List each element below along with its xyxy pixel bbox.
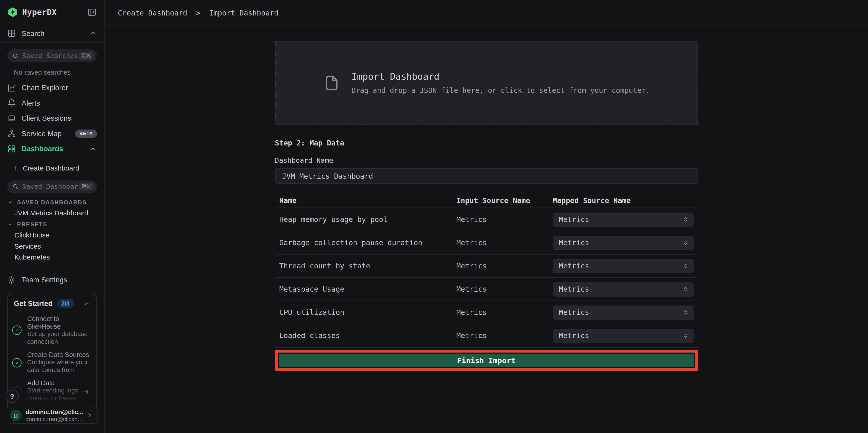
chevron-up-icon: [89, 145, 97, 153]
breadcrumb-create-dashboard[interactable]: Create Dashboard: [118, 9, 187, 17]
table-row: Garbage collection pause duration Metric…: [275, 231, 698, 254]
selected-value: Metrics: [559, 285, 682, 293]
sidebar-item-alerts[interactable]: Alerts: [0, 95, 104, 111]
logo-row: HyperDX: [0, 0, 104, 24]
bell-icon: [7, 99, 16, 107]
file-dropzone[interactable]: Import Dashboard Drag and drop a JSON fi…: [275, 41, 698, 125]
search-icon: [12, 52, 19, 59]
task-description: Set up your database connection: [27, 331, 91, 346]
sidebar-item-dashboards[interactable]: Dashboards: [0, 141, 104, 156]
select-updown-icon: [682, 309, 689, 316]
saved-searches-search[interactable]: ⌘K: [7, 49, 97, 62]
dashboard-name-input[interactable]: [275, 168, 698, 184]
mapped-source-select[interactable]: Metrics: [553, 236, 693, 250]
task-description: Configure where your data comes from: [27, 359, 91, 374]
saved-dashboards-search[interactable]: ⌘K: [7, 180, 97, 193]
breadcrumb: Create Dashboard > Import Dashboard: [118, 9, 278, 17]
check-circle-icon: [12, 326, 22, 335]
row-input-source: Metrics: [457, 239, 553, 247]
sidebar-item-chart-explorer[interactable]: Chart Explorer: [0, 80, 104, 96]
mapped-source-select[interactable]: Metrics: [553, 329, 693, 343]
create-dashboard-label: Create Dashboard: [23, 164, 79, 172]
select-updown-icon: [682, 262, 689, 270]
collapse-sidebar-icon[interactable]: [87, 7, 97, 17]
group-presets[interactable]: PRESETS: [7, 221, 97, 228]
group-saved-dashboards[interactable]: SAVED DASHBOARDS: [7, 198, 97, 206]
preset-item-clickhouse[interactable]: ClickHouse: [7, 231, 97, 239]
saved-searches-input[interactable]: [22, 52, 79, 59]
search-icon: [12, 183, 19, 190]
nav-label: Client Sessions: [22, 114, 71, 122]
dropzone-subtitle: Drag and drop a JSON file here, or click…: [351, 86, 650, 94]
row-input-source: Metrics: [457, 332, 553, 340]
hyperdx-logo-icon: [7, 7, 19, 18]
get-started-header[interactable]: Get Started 2/3: [8, 293, 96, 308]
breadcrumb-import-dashboard[interactable]: Import Dashboard: [209, 9, 278, 17]
select-updown-icon: [682, 332, 689, 339]
table-row: Thread count by state Metrics Metrics: [275, 254, 698, 278]
saved-dashboard-item[interactable]: JVM Metrics Dashboard: [7, 209, 97, 217]
row-name: Garbage collection pause duration: [279, 239, 457, 247]
selected-value: Metrics: [559, 308, 682, 316]
shortcut-badge: ⌘K: [79, 183, 94, 190]
help-button[interactable]: ?: [5, 390, 19, 403]
table-row: CPU utilization Metrics Metrics: [275, 301, 698, 324]
task-title: Create Data Sources: [27, 351, 91, 359]
table-row: Loaded classes Metrics Metrics: [275, 324, 698, 348]
task-title: Connect to ClickHouse: [27, 315, 91, 331]
beta-badge: BETA: [75, 129, 97, 137]
sidebar-item-service-map[interactable]: Service Map BETA: [0, 126, 104, 141]
get-started-card: Get Started 2/3 Connect to ClickHouse Se…: [7, 293, 97, 412]
task-create-data-sources[interactable]: Create Data Sources Configure where your…: [12, 351, 91, 374]
user-name: dominic.tran@clic...: [26, 409, 86, 415]
main-area: Create Dashboard > Import Dashboard Impo…: [104, 0, 868, 433]
mapped-source-select[interactable]: Metrics: [553, 212, 693, 226]
chevron-down-icon: [7, 221, 13, 227]
chevron-up-icon: [84, 300, 91, 307]
saved-dashboards-input[interactable]: [22, 183, 79, 190]
mapping-table: Name Input Source Name Mapped Source Nam…: [275, 193, 698, 347]
row-name: Heap memory usage by pool: [279, 215, 457, 223]
column-header-mapped-source: Mapped Source Name: [553, 196, 693, 205]
sidebar-section-search[interactable]: Search: [0, 24, 104, 42]
group-label: PRESETS: [17, 221, 47, 227]
selected-value: Metrics: [559, 332, 682, 340]
dashboard-name-label: Dashboard Name: [275, 156, 698, 164]
gear-icon: [7, 275, 16, 284]
avatar: D: [10, 409, 22, 421]
shortcut-badge: ⌘K: [79, 52, 94, 59]
service-map-icon: [7, 129, 16, 138]
annotation-highlight-box: Finish Import: [275, 350, 698, 371]
finish-import-button[interactable]: Finish Import: [279, 354, 694, 367]
chevron-up-icon: [89, 29, 97, 37]
topbar: Create Dashboard > Import Dashboard: [104, 0, 868, 26]
check-circle-icon: [12, 358, 22, 367]
row-input-source: Metrics: [457, 215, 553, 223]
preset-item-kubernetes[interactable]: Kubernetes: [7, 253, 97, 261]
plus-icon: [11, 164, 19, 172]
selected-value: Metrics: [559, 215, 682, 223]
breadcrumb-separator: >: [196, 9, 200, 17]
preset-item-services[interactable]: Services: [7, 242, 97, 250]
mapped-source-select[interactable]: Metrics: [553, 282, 693, 297]
row-input-source: Metrics: [457, 285, 553, 293]
row-input-source: Metrics: [457, 262, 553, 270]
user-account-menu[interactable]: D dominic.tran@clic... dominic.tran@clic…: [7, 407, 98, 424]
sidebar: HyperDX Search ⌘K No saved searches: [0, 0, 104, 433]
table-header-row: Name Input Source Name Mapped Source Nam…: [275, 193, 698, 208]
create-dashboard-button[interactable]: Create Dashboard: [0, 160, 104, 176]
sidebar-item-client-sessions[interactable]: Client Sessions: [0, 111, 104, 126]
select-updown-icon: [682, 216, 689, 223]
mapped-source-select[interactable]: Metrics: [553, 305, 693, 320]
sidebar-item-team-settings[interactable]: Team Settings: [0, 272, 104, 287]
app-title: HyperDX: [22, 8, 57, 17]
mapped-source-select[interactable]: Metrics: [553, 259, 693, 273]
select-updown-icon: [682, 239, 689, 246]
dropzone-title: Import Dashboard: [351, 71, 650, 82]
row-name: Metaspace Usage: [279, 285, 457, 293]
group-label: SAVED DASHBOARDS: [17, 199, 87, 205]
table-row: Metaspace Usage Metrics Metrics: [275, 278, 698, 301]
chart-explorer-icon: [7, 84, 16, 92]
row-input-source: Metrics: [457, 308, 553, 316]
task-connect-clickhouse[interactable]: Connect to ClickHouse Set up your databa…: [12, 315, 91, 346]
